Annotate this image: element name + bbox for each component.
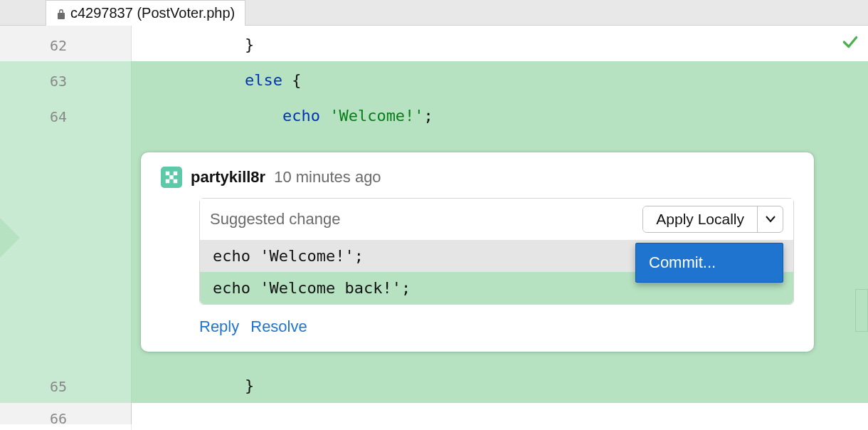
comment-author: partykill8r <box>191 168 265 187</box>
reply-link[interactable]: Reply <box>199 318 239 336</box>
svg-rect-1 <box>174 172 178 176</box>
comment-actions: Reply Resolve <box>141 305 814 336</box>
diff-wedge-indicator <box>0 218 20 258</box>
line-number: 65 <box>38 378 67 395</box>
apply-dropdown-menu: Commit... <box>635 243 783 283</box>
apply-locally-button[interactable]: Apply Locally <box>643 206 757 232</box>
tab-title: c4297837 (PostVoter.php) <box>70 5 235 21</box>
suggested-change-title: Suggested change <box>210 210 341 229</box>
code-line: } <box>132 36 254 53</box>
svg-rect-4 <box>169 175 174 179</box>
comment-header: partykill8r 10 minutes ago <box>141 164 814 198</box>
suggested-change-box: Suggested change Apply Locally echo 'Wel… <box>199 198 794 305</box>
line-number: 64 <box>38 108 67 125</box>
review-comment-card: partykill8r 10 minutes ago Suggested cha… <box>141 152 814 352</box>
editor: 62 63 64 65 66 } else { echo 'Welcome!';… <box>0 26 868 430</box>
resolve-link[interactable]: Resolve <box>250 318 307 336</box>
code-line: else { <box>132 71 301 89</box>
commit-menu-item[interactable]: Commit... <box>636 243 783 282</box>
line-number: 66 <box>38 410 67 427</box>
comment-timestamp: 10 minutes ago <box>274 168 381 187</box>
avatar <box>161 167 182 188</box>
svg-rect-0 <box>166 172 170 176</box>
suggested-change-header: Suggested change Apply Locally <box>200 199 793 240</box>
tab-bar: c4297837 (PostVoter.php) <box>0 0 868 26</box>
file-tab[interactable]: c4297837 (PostVoter.php) <box>46 0 245 26</box>
app-root: c4297837 (PostVoter.php) 62 63 64 65 66 … <box>0 0 868 430</box>
apply-split-button: Apply Locally <box>642 206 783 233</box>
line-number: 62 <box>38 37 67 54</box>
line-number: 63 <box>38 73 67 90</box>
apply-dropdown-toggle[interactable] <box>757 206 783 232</box>
svg-rect-2 <box>166 179 170 184</box>
code-line: } <box>132 377 254 394</box>
code-line: echo 'Welcome!'; <box>132 107 433 125</box>
lock-icon <box>56 7 66 19</box>
scrollbar-thumb[interactable] <box>855 289 868 332</box>
svg-rect-3 <box>174 179 178 184</box>
